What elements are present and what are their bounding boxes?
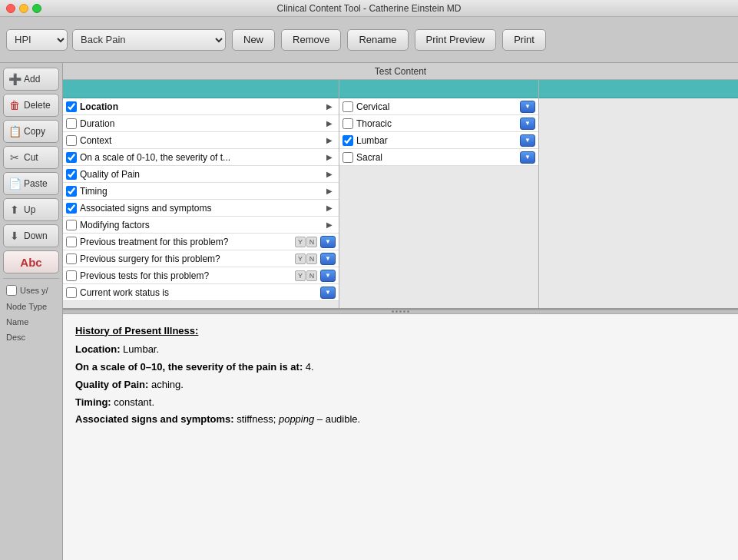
detail-button[interactable] xyxy=(520,151,535,164)
up-button[interactable]: ⬆ Up xyxy=(3,198,59,221)
preview-field-value: 4. xyxy=(303,361,313,373)
tree-scroll-1[interactable]: Location▶Duration▶Context▶On a scale of … xyxy=(63,98,339,308)
down-button[interactable]: ⬇ Down xyxy=(3,224,59,247)
tree-arrow-icon: ▶ xyxy=(323,101,336,113)
tree-row[interactable]: Lumbar xyxy=(339,132,538,149)
tree-row[interactable]: Previous treatment for this problem?YN xyxy=(63,234,339,250)
tree-row[interactable]: Current work status is xyxy=(63,284,339,301)
uses-y-label: Uses y/ xyxy=(3,283,59,297)
tree-item-checkbox[interactable] xyxy=(343,152,353,163)
tree-item-label: On a scale of 0-10, the severity of t... xyxy=(80,152,320,163)
tree-row[interactable]: Context▶ xyxy=(63,132,339,149)
preview-field-label: Quality of Pain: xyxy=(75,379,148,390)
tree-item-label: Current work status is xyxy=(80,287,317,298)
detail-button[interactable] xyxy=(520,118,535,130)
tree-arrow-icon: ▶ xyxy=(323,185,336,197)
desc-label: Desc xyxy=(3,331,59,343)
detail-button[interactable] xyxy=(320,287,336,299)
tree-item-checkbox[interactable] xyxy=(66,101,77,112)
tree-item-checkbox[interactable] xyxy=(66,135,77,146)
delete-button[interactable]: 🗑 Delete xyxy=(3,94,59,117)
uses-y-checkbox[interactable] xyxy=(6,285,17,296)
copy-button[interactable]: 📋 Copy xyxy=(3,120,59,143)
tree-row[interactable]: Sacral xyxy=(339,149,538,166)
tree-item-checkbox[interactable] xyxy=(66,118,77,129)
preview-field-label: Timing: xyxy=(75,396,111,408)
tree-scroll-2[interactable]: CervicalThoracicLumbarSacral xyxy=(339,98,538,308)
add-button[interactable]: ➕ Add xyxy=(3,68,59,91)
close-button[interactable] xyxy=(6,4,15,13)
yn-badge: YN xyxy=(295,270,317,281)
tree-item-checkbox[interactable] xyxy=(66,237,77,247)
preview-line: Quality of Pain: aching. xyxy=(75,377,726,393)
printpreview-button[interactable]: Print Preview xyxy=(415,29,497,51)
tree-row[interactable]: Cervical xyxy=(339,98,538,115)
tree-item-checkbox[interactable] xyxy=(66,253,77,264)
maximize-button[interactable] xyxy=(32,4,41,13)
tree-row[interactable]: Location▶ xyxy=(63,98,339,115)
tree-item-checkbox[interactable] xyxy=(343,101,353,112)
tree-item-checkbox[interactable] xyxy=(66,270,77,281)
tree-arrow-icon: ▶ xyxy=(323,118,336,130)
tree-row[interactable]: On a scale of 0-10, the severity of t...… xyxy=(63,149,339,166)
yn-y: Y xyxy=(295,270,306,281)
tree-row[interactable]: Previous tests for this problem?YN xyxy=(63,267,339,284)
tree-item-checkbox[interactable] xyxy=(343,135,353,146)
tree-item-checkbox[interactable] xyxy=(66,287,77,298)
tree-item-checkbox[interactable] xyxy=(66,169,77,180)
tree-row[interactable]: Previous surgery for this problem?YN xyxy=(63,250,339,267)
preview-line: Location: Lumbar. xyxy=(75,342,726,358)
tree-row[interactable]: Associated signs and symptoms▶ xyxy=(63,200,339,217)
print-button[interactable]: Print xyxy=(502,29,546,51)
tree-row[interactable]: Thoracic xyxy=(339,115,538,132)
tree-row[interactable]: Duration▶ xyxy=(63,115,339,132)
tree-item-label: Timing xyxy=(80,186,320,197)
delete-icon: 🗑 xyxy=(8,99,21,111)
preview-line: Timing: constant. xyxy=(75,395,726,411)
hpi-dropdown[interactable]: HPI xyxy=(6,29,68,51)
cut-button[interactable]: ✂ Cut xyxy=(3,146,59,169)
tree-item-checkbox[interactable] xyxy=(66,152,77,163)
detail-button[interactable] xyxy=(320,270,336,282)
tree-row[interactable]: Quality of Pain▶ xyxy=(63,166,339,183)
remove-button[interactable]: Remove xyxy=(281,29,341,51)
detail-button[interactable] xyxy=(320,253,336,265)
yn-badge: YN xyxy=(295,237,317,247)
paste-label: Paste xyxy=(24,178,48,189)
tree-item-checkbox[interactable] xyxy=(66,186,77,197)
up-icon: ⬆ xyxy=(8,204,21,216)
minimize-button[interactable] xyxy=(19,4,28,13)
tree-scroll-3[interactable] xyxy=(539,98,738,308)
main-layout: ➕ Add 🗑 Delete 📋 Copy ✂ Cut 📄 Paste ⬆ Up… xyxy=(0,63,738,560)
tree-item-checkbox[interactable] xyxy=(66,203,77,214)
detail-button[interactable] xyxy=(320,236,336,248)
tree-area: Location▶Duration▶Context▶On a scale of … xyxy=(63,80,738,310)
tree-item-label: Associated signs and symptoms xyxy=(80,203,320,214)
preview-area: History of Present Illness:Location: Lum… xyxy=(63,314,738,561)
tree-item-label: Lumbar xyxy=(356,135,517,146)
backpain-dropdown[interactable]: Back Pain xyxy=(72,29,226,51)
new-button[interactable]: New xyxy=(232,29,275,51)
toolbar: HPI Back Pain New Remove Rename Print Pr… xyxy=(0,17,738,63)
tree-item-checkbox[interactable] xyxy=(343,118,353,129)
tree-item-checkbox[interactable] xyxy=(66,220,77,230)
rename-button[interactable]: Rename xyxy=(347,29,408,51)
preview-line: Associated signs and symptoms: stiffness… xyxy=(75,412,726,428)
panel-title: Test Content xyxy=(375,66,426,77)
paste-button[interactable]: 📄 Paste xyxy=(3,172,59,195)
cut-label: Cut xyxy=(24,152,38,163)
detail-button[interactable] xyxy=(520,134,535,147)
preview-field-value: stiffness; xyxy=(234,413,279,425)
tree-arrow-icon: ▶ xyxy=(323,151,336,164)
add-icon: ➕ xyxy=(8,73,21,85)
preview-line: On a scale of 0–10, the severity of the … xyxy=(75,360,726,376)
tree-column-2: CervicalThoracicLumbarSacral xyxy=(339,80,539,308)
tree-item-label: Previous treatment for this problem? xyxy=(80,237,292,247)
yn-n: N xyxy=(306,237,317,247)
detail-button[interactable] xyxy=(520,101,535,113)
abc-button[interactable]: Abc xyxy=(3,250,59,273)
preview-title: History of Present Illness: xyxy=(75,323,726,340)
add-label: Add xyxy=(24,74,40,84)
tree-row[interactable]: Modifying factors▶ xyxy=(63,217,339,234)
tree-row[interactable]: Timing▶ xyxy=(63,183,339,200)
